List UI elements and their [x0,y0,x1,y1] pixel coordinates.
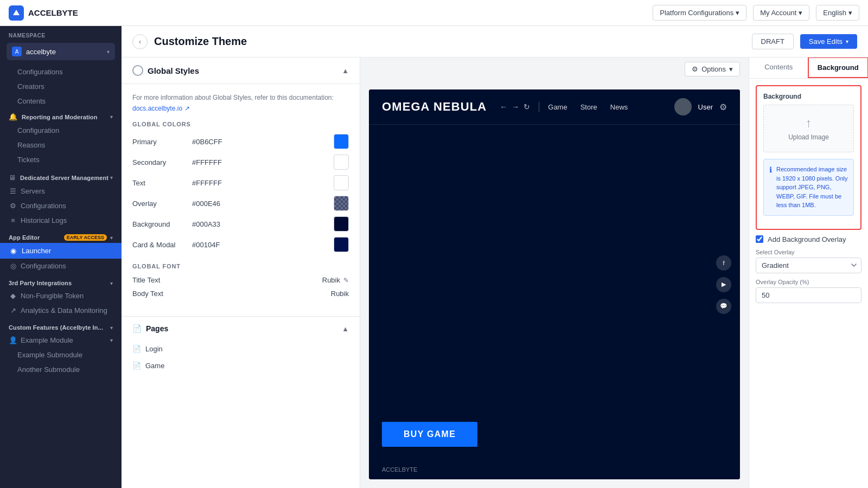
body-text-label: Body Text [132,290,192,298]
sidebar-item-configurations-ae[interactable]: ◎ Configurations [0,259,122,273]
game-preview-area: OMEGA NEBULA ← → ↻ Game Store News [369,89,740,479]
color-text-swatch[interactable] [334,175,349,190]
draft-button[interactable]: DRAFT [752,34,794,49]
sidebar-item-configurations-top[interactable]: Configurations [0,65,122,79]
page-item-game[interactable]: 📄 Game [122,357,360,374]
namespace-selector[interactable]: A accelbyte ▾ [7,43,115,60]
app-editor-toggle[interactable]: ▾ [110,235,113,241]
color-card-modal-name: Card & Modal [132,241,192,249]
example-module-icon: 👤 [9,336,17,344]
custom-features-header[interactable]: Custom Features (Accelbyte In... ▾ [0,320,122,333]
image-info-text: Recommended image size is 1920 x 1080 pi… [776,165,848,210]
page-item-login[interactable]: 📄 Login [122,341,360,357]
color-primary-hex: #0B6CFF [192,138,334,146]
3rd-party-toggle[interactable]: ▾ [110,280,113,286]
buy-game-button[interactable]: BUY GAME [382,422,477,447]
nav-link-news[interactable]: News [610,103,628,111]
sidebar-item-analytics[interactable]: ↗ Analytics & Data Monitoring [0,303,122,318]
reporting-header[interactable]: 🔔 Reporting and Moderation ▾ [0,108,122,123]
game-content: BUY GAME [369,125,740,460]
color-overlay-name: Overlay [132,200,192,208]
nav-refresh-icon[interactable]: ↻ [524,102,530,111]
nav-link-store[interactable]: Store [580,103,597,111]
sidebar-item-configuration-rm[interactable]: Configuration [0,123,122,138]
global-styles-toggle[interactable]: ▲ [342,67,349,75]
sidebar-item-reasons[interactable]: Reasons [0,138,122,152]
sidebar-item-configurations-ds[interactable]: ⚙ Configurations [0,198,122,213]
sidebar-item-nft[interactable]: ◆ Non-Fungible Token [0,288,122,303]
3rd-party-title: 3rd Party Integrations [9,280,72,286]
sidebar-item-creators[interactable]: Creators [0,79,122,94]
color-background-swatch[interactable] [334,216,349,232]
custom-features-toggle[interactable]: ▾ [110,325,113,331]
background-section-label: Background [763,93,854,100]
account-button[interactable]: My Account ▾ [753,5,809,21]
language-button[interactable]: English ▾ [816,5,859,21]
color-background-hex: #000A33 [192,220,334,228]
pages-title: 📄 Pages [132,324,168,333]
sidebar-item-contents[interactable]: Contents [0,94,122,108]
sidebar-item-another-submodule[interactable]: Another Submodule [0,362,122,377]
dedicated-server-header[interactable]: 🖥 Dedicated Server Management ▾ [0,169,122,184]
color-overlay-row: Overlay #000E46 [132,196,349,211]
dedicated-server-toggle[interactable]: ▾ [110,175,113,181]
color-text-row: Text #FFFFFF [132,175,349,190]
game-nav: OMEGA NEBULA ← → ↻ Game Store News [369,89,740,125]
save-edits-arrow: ▾ [846,38,848,44]
font-section: GLOBAL FONT Title Text Rubik ✎ Body Text… [132,263,349,298]
reporting-toggle[interactable]: ▾ [110,114,113,120]
nav-forward-icon[interactable]: → [512,102,519,111]
platform-config-button[interactable]: Platform Configurations ▾ [653,5,746,21]
game-settings-icon[interactable]: ⚙ [719,102,727,112]
global-styles-info: For more information about Global Styles… [132,93,349,102]
doc-link[interactable]: docs.accelbyte.io ↗ [132,105,349,112]
color-overlay-hex: #000E46 [192,200,334,208]
add-overlay-checkbox[interactable] [756,235,763,243]
sidebar-item-launcher-label: Launcher [22,247,51,255]
image-info-box: ℹ Recommended image size is 1920 x 1080 … [763,159,854,216]
sidebar-item-example-module[interactable]: 👤 Example Module ▾ [0,333,122,348]
sidebar-item-servers[interactable]: ☰ Servers [0,184,122,198]
nav-back-icon[interactable]: ← [500,102,507,111]
pages-toggle[interactable]: ▲ [342,325,349,333]
example-module-toggle[interactable]: ▾ [110,337,113,343]
color-card-modal-swatch[interactable] [334,237,349,252]
options-arrow: ▾ [729,65,733,73]
sidebar-item-historical-logs[interactable]: ≡ Historical Logs [0,213,122,228]
color-secondary-hex: #FFFFFF [192,158,334,166]
options-button[interactable]: ⚙ Options ▾ [685,62,740,76]
select-overlay-dropdown[interactable]: Gradient [756,258,861,273]
body-text-value: Rubik [192,290,349,298]
tab-contents[interactable]: Contents [749,57,808,78]
sidebar-group-3rd-party: 3rd Party Integrations ▾ ◆ Non-Fungible … [0,275,122,318]
opacity-input[interactable] [756,287,861,303]
nav-link-game[interactable]: Game [548,103,567,111]
tab-background[interactable]: Background [808,57,869,78]
account-label: My Account [760,9,796,17]
save-edits-button[interactable]: Save Edits ▾ [800,34,857,49]
configurations-ds-icon: ⚙ [9,202,17,210]
3rd-party-header[interactable]: 3rd Party Integrations ▾ [0,275,122,288]
back-button[interactable]: ‹ [132,34,148,49]
page-game-icon: 📄 [132,362,141,370]
app-editor-header[interactable]: App Editor EARLY ACCESS ▾ [0,230,122,243]
color-primary-swatch[interactable] [334,134,349,149]
center-panel: ⚙ Options ▾ OMEGA NEBULA ← → ↻ [360,57,749,488]
platform-config-label: Platform Configurations [660,9,733,17]
custom-features-title: Custom Features (Accelbyte In... [9,324,103,331]
sidebar-item-contents-label: Contents [17,97,46,105]
sidebar: NAMESPACE A accelbyte ▾ Configurations C… [0,26,122,488]
page-login-icon: 📄 [132,345,141,353]
sidebar-item-example-submodule[interactable]: Example Submodule [0,348,122,362]
title-text-edit-icon[interactable]: ✎ [343,277,349,284]
color-card-modal-hex: #00104F [192,241,334,249]
early-access-badge: EARLY ACCESS [64,234,107,241]
sidebar-item-launcher[interactable]: ◉ Launcher [0,243,122,259]
color-secondary-swatch[interactable] [334,155,349,170]
sidebar-item-tickets[interactable]: Tickets [0,152,122,167]
discord-icon[interactable]: 💬 [716,299,731,314]
youtube-icon[interactable]: ▶ [716,277,731,292]
upload-area[interactable]: ↑ Upload Image [763,105,854,152]
color-overlay-swatch[interactable] [334,196,349,211]
facebook-icon[interactable]: f [716,255,731,271]
